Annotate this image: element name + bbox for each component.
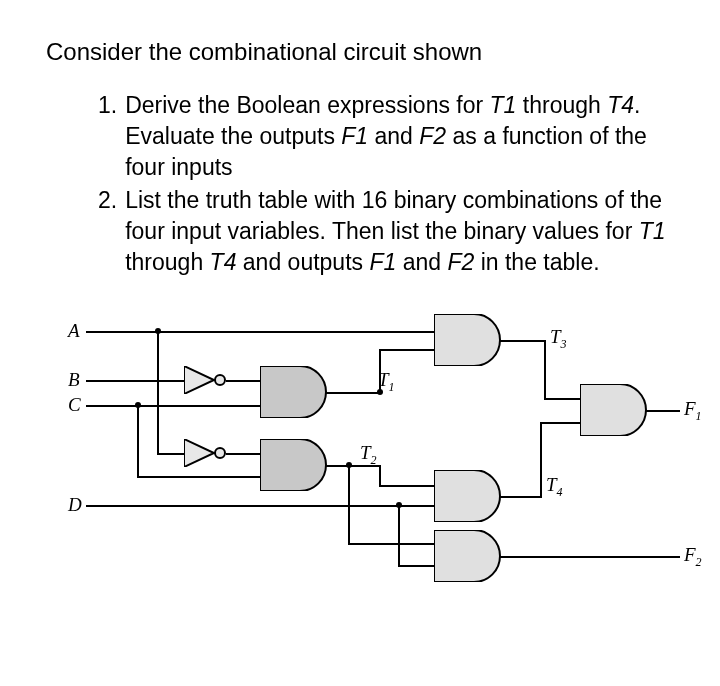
- and-gate-T4: [434, 470, 504, 522]
- and-gate-T1: [260, 366, 330, 418]
- and-gate-F1: [580, 384, 650, 436]
- circuit-diagram: A B C D: [50, 314, 690, 614]
- input-label-A: A: [68, 320, 80, 342]
- signal-label-T4: T4: [546, 474, 563, 500]
- question-list: 1. Derive the Boolean expressions for T1…: [98, 90, 680, 278]
- list-text: List the truth table with 16 binary comb…: [125, 185, 680, 278]
- and-gate-F2: [434, 530, 504, 582]
- svg-point-3: [215, 448, 225, 458]
- input-label-B: B: [68, 369, 80, 391]
- and-gate-T2: [260, 439, 330, 491]
- svg-marker-2: [184, 439, 214, 467]
- not-gate-lower: [184, 439, 230, 467]
- list-item-1: 1. Derive the Boolean expressions for T1…: [98, 90, 680, 183]
- input-label-C: C: [68, 394, 81, 416]
- output-label-F2: F2: [684, 544, 702, 570]
- list-number: 1.: [98, 90, 117, 183]
- signal-label-T2: T2: [360, 442, 377, 468]
- and-gate-T3: [434, 314, 504, 366]
- signal-label-T3: T3: [550, 326, 567, 352]
- output-label-F1: F1: [684, 398, 702, 424]
- input-label-D: D: [68, 494, 82, 516]
- list-item-2: 2. List the truth table with 16 binary c…: [98, 185, 680, 278]
- svg-point-1: [215, 375, 225, 385]
- list-number: 2.: [98, 185, 117, 278]
- svg-marker-0: [184, 366, 214, 394]
- not-gate-B: [184, 366, 230, 394]
- list-text: Derive the Boolean expressions for T1 th…: [125, 90, 680, 183]
- page-title: Consider the combinational circuit shown: [46, 38, 680, 66]
